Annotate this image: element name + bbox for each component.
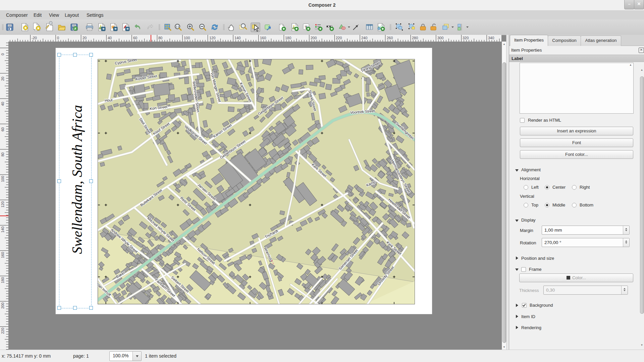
svg-text:140: 140	[1, 227, 5, 233]
svg-text:Hout: Hout	[105, 98, 113, 103]
svg-text:220: 220	[1, 328, 5, 334]
svg-text:240: 240	[361, 36, 367, 40]
svg-text:60: 60	[1, 127, 5, 131]
svg-text:120: 120	[1, 201, 5, 207]
svg-text:80: 80	[1, 153, 5, 157]
svg-text:160: 160	[260, 36, 266, 40]
svg-text:100: 100	[184, 36, 190, 40]
svg-text:160: 160	[1, 252, 5, 258]
svg-text:260: 260	[387, 36, 393, 40]
svg-text:60: 60	[133, 36, 137, 40]
svg-text:20: 20	[1, 77, 5, 81]
svg-text:140: 140	[234, 36, 240, 40]
svg-text:280: 280	[412, 36, 418, 40]
svg-text:200: 200	[1, 303, 5, 309]
svg-text:220: 220	[336, 36, 342, 40]
svg-text:-20: -20	[32, 36, 37, 40]
svg-text:40: 40	[1, 102, 5, 106]
svg-text:300: 300	[437, 36, 443, 40]
svg-text:40: 40	[108, 36, 112, 40]
svg-text:180: 180	[1, 277, 5, 283]
svg-text:80: 80	[158, 36, 162, 40]
svg-text:340: 340	[488, 36, 494, 40]
svg-text:320: 320	[463, 36, 469, 40]
svg-text:200: 200	[311, 36, 317, 40]
svg-text:180: 180	[285, 36, 291, 40]
svg-text:0: 0	[1, 53, 5, 55]
svg-text:0: 0	[57, 36, 59, 40]
svg-text:120: 120	[209, 36, 215, 40]
svg-text:100: 100	[1, 176, 5, 182]
svg-text:20: 20	[83, 36, 87, 40]
